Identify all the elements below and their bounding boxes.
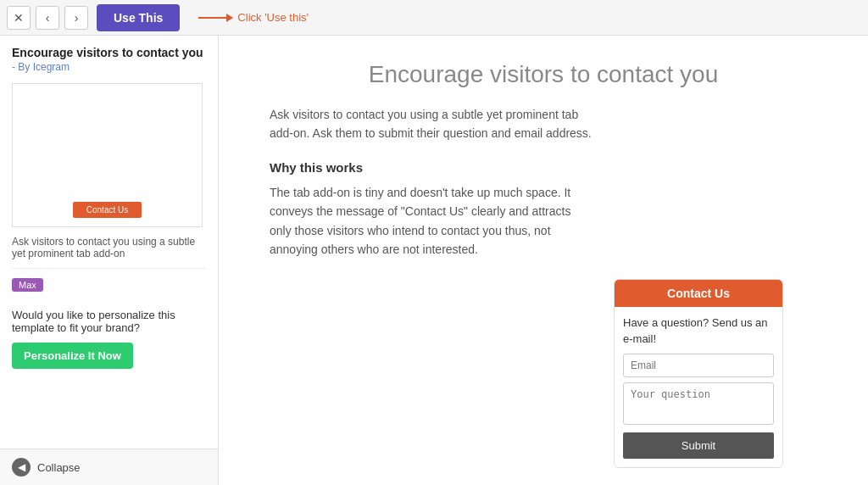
contact-widget: Contact Us Have a question? Send us an e… xyxy=(614,279,783,467)
collapse-icon: ◀ xyxy=(12,458,31,477)
template-preview: Contact Us xyxy=(12,83,203,227)
why-heading: Why this works xyxy=(270,160,817,175)
email-input[interactable] xyxy=(623,354,774,377)
personalize-question: Would you like to personalize this templ… xyxy=(12,309,206,334)
arrow-icon xyxy=(198,17,232,19)
sidebar-description: Ask visitors to contact you using a subt… xyxy=(12,236,206,269)
sidebar-content: Encourage visitors to contact you - By I… xyxy=(0,36,218,449)
widget-prompt: Have a question? Send us an e-mail! xyxy=(623,315,774,346)
main-heading: Encourage visitors to contact you xyxy=(270,61,817,88)
sidebar: Encourage visitors to contact you - By I… xyxy=(0,36,219,485)
widget-body: Have a question? Send us an e-mail! Subm… xyxy=(615,307,782,466)
sidebar-author: - By Icegram xyxy=(12,61,206,73)
question-input[interactable] xyxy=(623,382,774,425)
toolbar: ✕ ‹ › Use This Click 'Use this' xyxy=(0,0,868,36)
why-description: The tab add-on is tiny and doesn't take … xyxy=(270,183,592,259)
main-content: Encourage visitors to contact you Ask vi… xyxy=(219,36,868,485)
instruction-text: Click 'Use this' xyxy=(237,11,309,24)
back-button[interactable]: ‹ xyxy=(36,6,59,30)
collapse-footer[interactable]: ◀ Collapse xyxy=(0,449,218,485)
click-instruction: Click 'Use this' xyxy=(198,11,309,24)
collapse-label: Collapse xyxy=(37,461,81,474)
personalize-button[interactable]: Personalize It Now xyxy=(12,343,133,369)
sidebar-title: Encourage visitors to contact you xyxy=(12,46,206,59)
submit-button[interactable]: Submit xyxy=(623,432,774,459)
max-badge: Max xyxy=(12,278,43,292)
main-layout: Encourage visitors to contact you - By I… xyxy=(0,36,868,485)
personalize-section: Would you like to personalize this templ… xyxy=(12,309,206,369)
forward-button[interactable]: › xyxy=(64,6,88,30)
use-this-button[interactable]: Use This xyxy=(97,4,180,31)
widget-header: Contact Us xyxy=(615,280,782,307)
close-button[interactable]: ✕ xyxy=(7,6,31,30)
preview-contact-button: Contact Us xyxy=(73,202,142,218)
main-description: Ask visitors to contact you using a subt… xyxy=(270,105,592,143)
